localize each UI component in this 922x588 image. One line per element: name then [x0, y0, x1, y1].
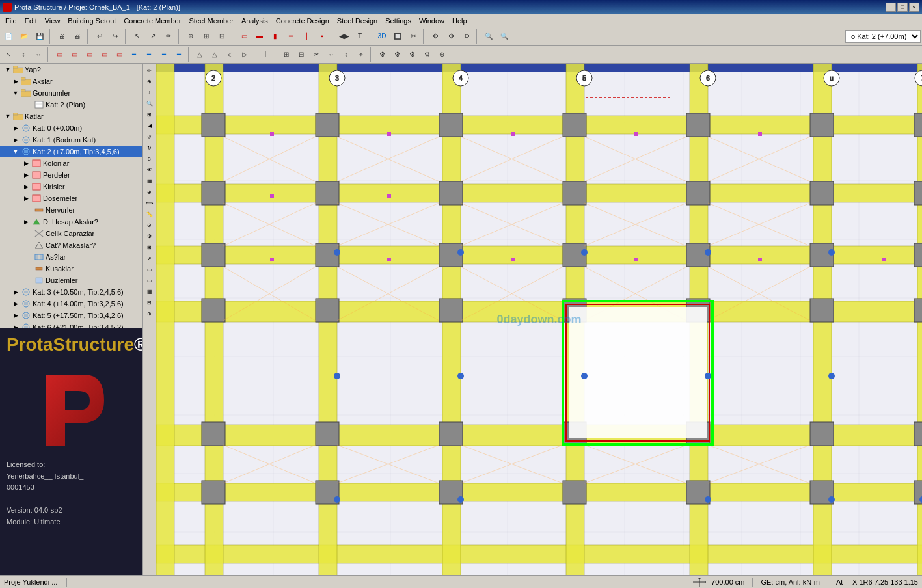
- tb2-8[interactable]: ▭: [112, 47, 126, 62]
- lt-eye[interactable]: 👁: [144, 165, 155, 175]
- tb2-28[interactable]: ⊕: [435, 47, 449, 62]
- menu-building-setout[interactable]: Building Setout: [64, 16, 120, 26]
- tb2-2[interactable]: ↕: [16, 47, 31, 62]
- expand-kat4[interactable]: ▶: [10, 299, 21, 309]
- lt-globe[interactable]: ⊕: [144, 76, 155, 87]
- tree-item-perdeler[interactable]: ▶ Perdeler: [0, 169, 142, 181]
- tb2-23[interactable]: ⌖: [354, 47, 368, 62]
- menu-concrete-member[interactable]: Concrete Member: [120, 16, 185, 26]
- menu-analysis[interactable]: Analysis: [237, 16, 272, 26]
- tree-item-kat5[interactable]: ▶ Kat: 5 (+17.50m, Tip:3,4,2,6): [0, 310, 142, 321]
- tb-calc1[interactable]: ⚙: [428, 29, 442, 44]
- expand-kat6[interactable]: ▶: [10, 322, 21, 328]
- tb-snap[interactable]: ⊕: [183, 29, 198, 44]
- lt-rotate[interactable]: ↺: [144, 131, 155, 142]
- canvas-area[interactable]: 2 3 4 c 5 6 7 2 3 4: [156, 64, 922, 575]
- tb-print[interactable]: 🖨: [55, 29, 69, 44]
- tree-item-cat[interactable]: Cat? Makaslar?: [0, 239, 142, 251]
- lt-c2[interactable]: ▭: [144, 275, 155, 286]
- tb2-11[interactable]: ━: [157, 47, 171, 62]
- tree-item-kusaklar[interactable]: Kusaklar: [0, 263, 142, 274]
- expand-kusaklar[interactable]: [21, 263, 31, 274]
- lt-c1[interactable]: ▭: [144, 264, 155, 274]
- menu-settings[interactable]: Settings: [381, 16, 415, 26]
- tb2-27[interactable]: ⚙: [420, 47, 434, 62]
- lt-move[interactable]: ↕: [144, 87, 155, 98]
- restore-button[interactable]: □: [897, 3, 908, 12]
- tree-item-dosemeler[interactable]: ▶ Dosemeler: [0, 193, 142, 204]
- minimize-button[interactable]: _: [886, 3, 896, 12]
- menu-view[interactable]: View: [41, 16, 64, 26]
- tree-item-kat2plan[interactable]: Kat: 2 (Plan): [0, 99, 142, 111]
- tb2-3[interactable]: ↔: [31, 47, 46, 62]
- tb2-10[interactable]: ━: [142, 47, 156, 62]
- expand-kolonlar[interactable]: ▶: [21, 158, 31, 168]
- tb-print2[interactable]: 🖨: [70, 29, 85, 44]
- tree-item-kirisler[interactable]: ▶ Kirisler: [0, 181, 142, 193]
- tb-select[interactable]: ↖: [130, 29, 144, 44]
- expand-dosemeler[interactable]: ▶: [21, 193, 31, 204]
- expand-katlar[interactable]: ▼: [3, 111, 13, 122]
- tb2-26[interactable]: ⚙: [405, 47, 419, 62]
- lt-layer[interactable]: ▦: [144, 176, 155, 186]
- expand-perdeler[interactable]: ▶: [21, 170, 31, 180]
- lt-c3[interactable]: ▦: [144, 286, 155, 297]
- menu-steel-design[interactable]: Steel Design: [333, 16, 381, 26]
- expand-kat2[interactable]: ▼: [10, 146, 21, 157]
- tree-item-nervurler[interactable]: Nervurler: [0, 204, 142, 216]
- expand-akslar[interactable]: ▶: [10, 76, 21, 87]
- expand-gorunumler[interactable]: ▼: [10, 88, 21, 98]
- tb2-12[interactable]: ━: [172, 47, 186, 62]
- tb2-4[interactable]: ▭: [52, 47, 66, 62]
- tb-section[interactable]: ✂: [406, 29, 420, 44]
- tree-item-kolonlar[interactable]: ▶ Kolonlar: [0, 157, 142, 169]
- lt-ref[interactable]: ↗: [144, 253, 155, 263]
- tb-dim[interactable]: ◀▶: [337, 29, 351, 44]
- tree-view[interactable]: ▼ Yap? ▶ Akslar ▼ Gorunumler Kat: 2 (Pla…: [0, 64, 142, 328]
- lt-zoom[interactable]: 🔍: [144, 98, 155, 109]
- expand-kat1[interactable]: ▶: [10, 135, 21, 145]
- menu-concrete-design[interactable]: Concrete Design: [272, 16, 333, 26]
- expand-asclar[interactable]: [21, 252, 31, 262]
- tree-item-kat3[interactable]: ▶ Kat: 3 (+10.50m, Tip:2,4,5,6): [0, 286, 142, 298]
- expand-nervurler[interactable]: [21, 205, 31, 215]
- tb2-20[interactable]: ✂: [309, 47, 323, 62]
- tree-item-duzlemler[interactable]: Duzlemler: [0, 274, 142, 286]
- lt-snap2[interactable]: ⊕: [144, 187, 155, 197]
- tb-3d[interactable]: 3D: [375, 29, 389, 44]
- tb2-19[interactable]: ⊟: [294, 47, 308, 62]
- tb-redo[interactable]: ↪: [108, 29, 122, 44]
- lt-prev[interactable]: ◀: [144, 120, 155, 131]
- lt-dim2[interactable]: ⟺: [144, 198, 155, 208]
- tree-item-kat1[interactable]: ▶ Kat: 1 (Bodrum Kat): [0, 134, 142, 146]
- expand-kat5[interactable]: ▶: [10, 310, 21, 321]
- tb-open[interactable]: 📂: [17, 29, 31, 44]
- tb-undo[interactable]: ↩: [92, 29, 107, 44]
- tb2-7[interactable]: ▭: [97, 47, 111, 62]
- menu-steel-member[interactable]: Steel Member: [185, 16, 237, 26]
- lt-c5[interactable]: ⊕: [144, 308, 155, 319]
- tree-item-katlar[interactable]: ▼ Katlar: [0, 111, 142, 122]
- tb2-1[interactable]: ↖: [1, 47, 16, 62]
- tree-item-akslar[interactable]: ▶ Akslar: [0, 75, 142, 87]
- lt-c4[interactable]: ⊟: [144, 297, 155, 308]
- tb-new[interactable]: 📄: [1, 29, 16, 44]
- tb-calc3[interactable]: ⚙: [459, 29, 474, 44]
- tree-item-gorunumler[interactable]: ▼ Gorunumler: [0, 87, 142, 99]
- tree-item-asclar[interactable]: As?lar: [0, 251, 142, 263]
- expand-cat[interactable]: [21, 240, 31, 250]
- tb2-18[interactable]: ⊞: [279, 47, 293, 62]
- tb-zoom-out[interactable]: 🔍: [497, 29, 511, 44]
- expand-duzlemler[interactable]: [21, 275, 31, 286]
- tb-render[interactable]: 🔲: [390, 29, 405, 44]
- expand-yap[interactable]: ▼: [3, 64, 13, 75]
- tree-item-kat4[interactable]: ▶ Kat: 4 (+14.00m, Tip:3,2,5,6): [0, 298, 142, 310]
- expand-kat3[interactable]: ▶: [10, 287, 21, 297]
- tb-pointer[interactable]: ↗: [146, 29, 160, 44]
- lt-cfg[interactable]: ⚙: [144, 231, 155, 241]
- close-button[interactable]: ×: [909, 3, 919, 12]
- tree-item-kat6[interactable]: ▶ Kat: 6 (+21.00m, Tip:3,4,5,2): [0, 321, 142, 328]
- tb2-17[interactable]: I: [258, 47, 273, 62]
- tb2-9[interactable]: ━: [127, 47, 141, 62]
- expand-kirisler[interactable]: ▶: [21, 181, 31, 192]
